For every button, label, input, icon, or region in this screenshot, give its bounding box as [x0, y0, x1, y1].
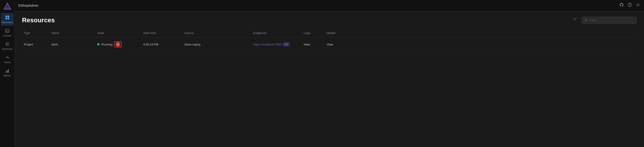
- sidebar-item-resources[interactable]: Resources: [1, 13, 14, 26]
- svg-rect-6: [6, 29, 9, 32]
- col-header-source: Source: [182, 30, 251, 36]
- sidebar-item-traces[interactable]: Traces: [1, 53, 14, 66]
- topbar: EShopAdmin: [15, 0, 644, 11]
- app-title: EShopAdmin: [18, 4, 38, 7]
- cell-state: Running 1: [96, 40, 141, 48]
- endpoint-link[interactable]: https://localhost:7085: [253, 43, 282, 46]
- svg-rect-10: [6, 71, 6, 72]
- sidebar-item-console[interactable]: Console: [1, 26, 14, 39]
- sidebar-item-resources-label: Resources: [2, 21, 13, 24]
- settings-icon[interactable]: [636, 3, 640, 8]
- cell-endpoints: https://localhost:7085 +1: [251, 41, 302, 47]
- col-header-type: Type: [22, 30, 50, 36]
- content-area: Resources: [15, 11, 644, 147]
- traces-icon: [5, 55, 10, 60]
- cell-logs[interactable]: View: [302, 42, 325, 47]
- svg-rect-11: [7, 70, 8, 72]
- cell-type: Project: [22, 42, 50, 47]
- col-header-endpoints: Endpoints: [251, 30, 302, 36]
- resources-table: Type Name State Start time Source Endpoi…: [22, 29, 637, 51]
- cell-start-time: 4:56:19 PM: [141, 42, 182, 47]
- svg-point-16: [585, 19, 587, 21]
- topbar-icons: [619, 3, 640, 8]
- logs-view-link[interactable]: View: [304, 43, 310, 46]
- details-view-link[interactable]: View: [326, 43, 333, 46]
- col-header-logs: Logs: [302, 30, 325, 36]
- sidebar-item-traces-label: Traces: [4, 61, 10, 64]
- svg-point-8: [6, 44, 7, 44]
- page-header: Resources: [22, 17, 637, 24]
- svg-point-7: [6, 43, 7, 43]
- sidebar-item-metrics[interactable]: Metrics: [1, 66, 14, 79]
- endpoint-badge: +1: [283, 42, 290, 46]
- cell-source: Store.csproj: [182, 42, 251, 47]
- page-title: Resources: [22, 17, 55, 24]
- sidebar-item-structured-label: Structured: [2, 48, 12, 50]
- svg-point-9: [6, 45, 7, 46]
- svg-rect-3: [8, 16, 9, 17]
- state-text: Running: [101, 43, 112, 46]
- sidebar: Resources Console Structured: [0, 0, 15, 147]
- sidebar-item-console-label: Console: [3, 35, 12, 37]
- table-header: Type Name State Start time Source Endpoi…: [22, 29, 637, 38]
- col-header-start-time: Start time: [141, 30, 182, 36]
- col-header-name: Name: [50, 30, 96, 36]
- svg-point-14: [630, 6, 630, 6]
- svg-rect-2: [6, 16, 7, 17]
- col-header-state: State: [96, 30, 141, 36]
- state-badge-wrapper: 1: [114, 41, 122, 47]
- filter-toggle-button[interactable]: [571, 17, 579, 24]
- console-icon: [5, 29, 10, 34]
- main-area: EShopAdmin: [15, 0, 644, 147]
- table-row: Project store Running 1 4:56:19 PM Store…: [22, 38, 637, 51]
- svg-point-15: [638, 4, 639, 6]
- filter-input-wrapper: [582, 17, 637, 24]
- cell-details[interactable]: View: [325, 42, 348, 47]
- metrics-icon: [5, 68, 10, 74]
- resources-icon: [5, 15, 10, 21]
- app-logo: [3, 2, 12, 11]
- search-icon: [584, 18, 588, 22]
- svg-rect-4: [6, 18, 7, 19]
- filter-input[interactable]: [590, 19, 634, 22]
- github-icon[interactable]: [619, 3, 624, 8]
- help-icon[interactable]: [628, 3, 632, 8]
- sidebar-item-metrics-label: Metrics: [4, 75, 11, 77]
- state-badge: 1: [116, 42, 120, 47]
- cell-name: store: [50, 42, 96, 47]
- header-actions: [571, 17, 637, 24]
- structured-icon: [5, 42, 10, 47]
- col-header-details: Details: [325, 30, 348, 36]
- svg-rect-12: [8, 69, 9, 72]
- svg-rect-5: [8, 18, 9, 19]
- state-dot-running: [97, 43, 100, 46]
- sidebar-item-structured[interactable]: Structured: [1, 40, 14, 52]
